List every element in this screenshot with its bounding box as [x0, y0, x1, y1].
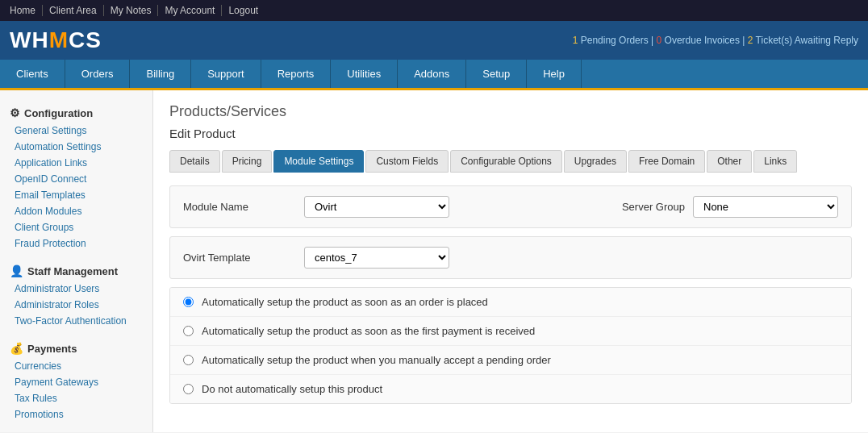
sidebar-section-payments: 💰 Payments	[0, 335, 152, 358]
sidebar: ⚙ Configuration General Settings Automat…	[0, 90, 153, 432]
sidebar-section-staff-management: 👤 Staff Management	[0, 258, 152, 281]
sidebar-item-email-templates[interactable]: Email Templates	[0, 187, 152, 203]
server-group-label: Server Group	[604, 201, 685, 213]
pending-orders-label: Pending Orders	[581, 35, 649, 46]
nav-help[interactable]: Help	[527, 60, 582, 88]
payments-icon: 💰	[10, 342, 23, 355]
staff-icon: 👤	[10, 264, 23, 277]
overdue-invoices-count: 0	[657, 35, 662, 46]
sidebar-item-general-settings[interactable]: General Settings	[0, 123, 152, 139]
navbar: Clients Orders Billing Support Reports U…	[0, 60, 868, 88]
nav-clients[interactable]: Clients	[0, 60, 65, 88]
tab-details[interactable]: Details	[169, 150, 220, 173]
ovirt-template-row: Ovirt Template centos_7	[169, 236, 852, 279]
tab-module-settings[interactable]: Module Settings	[273, 150, 364, 173]
page-header: Products/Services	[169, 103, 852, 120]
module-name-select[interactable]: Ovirt	[304, 196, 449, 218]
nav-orders[interactable]: Orders	[65, 60, 131, 88]
nav-billing[interactable]: Billing	[130, 60, 191, 88]
radio-option-2[interactable]	[183, 355, 194, 365]
topbar-client-area[interactable]: Client Area	[43, 5, 104, 16]
sidebar-item-administrator-roles[interactable]: Administrator Roles	[0, 297, 152, 313]
radio-row-0: Automatically setup the product as soon …	[170, 288, 851, 317]
nav-addons[interactable]: Addons	[398, 60, 466, 88]
topbar-my-account[interactable]: My Account	[158, 5, 222, 16]
tickets-count: 2	[748, 35, 753, 46]
logo: WHMCS	[10, 27, 102, 53]
module-name-label: Module Name	[183, 201, 304, 213]
tab-custom-fields[interactable]: Custom Fields	[365, 150, 449, 173]
section-title: Edit Product	[169, 127, 852, 140]
ovirt-template-select[interactable]: centos_7	[304, 247, 449, 269]
sidebar-item-payment-gateways[interactable]: Payment Gateways	[0, 374, 152, 390]
server-group-select[interactable]: None	[693, 196, 838, 218]
nav-reports[interactable]: Reports	[261, 60, 332, 88]
radio-label-3[interactable]: Do not automatically setup this product	[202, 383, 382, 395]
pending-orders-count: 1	[573, 35, 578, 46]
radio-option-0[interactable]	[183, 297, 194, 307]
sidebar-item-tax-rules[interactable]: Tax Rules	[0, 390, 152, 406]
tickets-label: Ticket(s) Awaiting Reply	[756, 35, 858, 46]
radio-option-1[interactable]	[183, 326, 194, 336]
sidebar-item-currencies[interactable]: Currencies	[0, 358, 152, 374]
main: ⚙ Configuration General Settings Automat…	[0, 90, 868, 432]
overdue-invoices-label: Overdue Invoices	[665, 35, 740, 46]
sidebar-item-fraud-protection[interactable]: Fraud Protection	[0, 235, 152, 252]
topbar-my-notes[interactable]: My Notes	[104, 5, 159, 16]
tabs: Details Pricing Module Settings Custom F…	[169, 150, 852, 173]
tab-other[interactable]: Other	[707, 150, 752, 173]
configuration-icon: ⚙	[10, 106, 20, 119]
radio-row-1: Automatically setup the product as soon …	[170, 317, 851, 346]
topbar: Home Client Area My Notes My Account Log…	[0, 0, 868, 21]
topbar-home[interactable]: Home	[10, 5, 43, 16]
radio-section: Automatically setup the product as soon …	[169, 287, 852, 404]
content: Products/Services Edit Product Details P…	[153, 90, 868, 432]
nav-utilities[interactable]: Utilities	[331, 60, 398, 88]
module-name-row: Module Name Ovirt Server Group None	[169, 185, 852, 228]
tab-links[interactable]: Links	[753, 150, 797, 173]
sidebar-item-two-factor-auth[interactable]: Two-Factor Authentication	[0, 313, 152, 329]
sidebar-section-configuration: ⚙ Configuration	[0, 100, 152, 123]
radio-label-1[interactable]: Automatically setup the product as soon …	[202, 325, 535, 337]
sidebar-item-application-links[interactable]: Application Links	[0, 155, 152, 171]
radio-row-2: Automatically setup the product when you…	[170, 346, 851, 375]
sidebar-item-addon-modules[interactable]: Addon Modules	[0, 203, 152, 219]
header: WHMCS 1 Pending Orders | 0 Overdue Invoi…	[0, 21, 868, 60]
tab-configurable-options[interactable]: Configurable Options	[450, 150, 562, 173]
logo-accent: M	[49, 27, 69, 52]
topbar-logout[interactable]: Logout	[222, 5, 265, 16]
tab-free-domain[interactable]: Free Domain	[628, 150, 705, 173]
sidebar-item-administrator-users[interactable]: Administrator Users	[0, 281, 152, 297]
radio-label-0[interactable]: Automatically setup the product as soon …	[202, 296, 488, 308]
server-group-group: Server Group None	[604, 196, 838, 218]
nav-support[interactable]: Support	[191, 60, 261, 88]
radio-row-3: Do not automatically setup this product	[170, 375, 851, 403]
ovirt-template-label: Ovirt Template	[183, 252, 304, 264]
sidebar-item-openid-connect[interactable]: OpenID Connect	[0, 171, 152, 187]
nav-setup[interactable]: Setup	[466, 60, 527, 88]
radio-label-2[interactable]: Automatically setup the product when you…	[202, 354, 551, 366]
sidebar-item-automation-settings[interactable]: Automation Settings	[0, 139, 152, 155]
sidebar-item-promotions[interactable]: Promotions	[0, 406, 152, 423]
tab-pricing[interactable]: Pricing	[222, 150, 273, 173]
header-alerts: 1 Pending Orders | 0 Overdue Invoices | …	[573, 35, 858, 46]
tab-upgrades[interactable]: Upgrades	[564, 150, 627, 173]
radio-option-3[interactable]	[183, 384, 194, 394]
sidebar-item-client-groups[interactable]: Client Groups	[0, 219, 152, 235]
